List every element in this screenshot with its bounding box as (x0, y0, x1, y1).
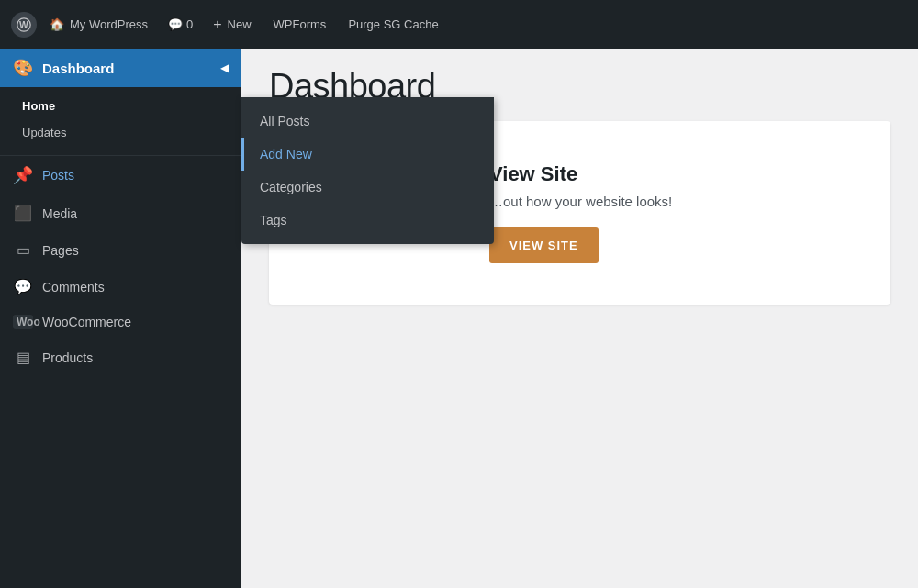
media-icon: ⬛ (13, 205, 33, 222)
comments-count: 0 (186, 17, 193, 31)
comments-icon: 💬 (13, 278, 33, 295)
dashboard-arrow: ◀ (220, 61, 229, 74)
sidebar-item-pages[interactable]: ▭ Pages (0, 232, 241, 269)
dropdown-add-new[interactable]: Add New (241, 138, 494, 171)
admin-bar-purge[interactable]: Purge SG Cache (339, 12, 447, 37)
sidebar-item-posts-label: Posts (42, 168, 74, 183)
woo-icon: Woo (13, 315, 33, 329)
sidebar-item-home-label: Home (22, 99, 55, 113)
sidebar-item-home[interactable]: Home (0, 93, 241, 119)
card-description: …out how your website looks! (489, 194, 863, 209)
sidebar-item-comments[interactable]: 💬 Comments (0, 269, 241, 305)
sidebar-item-comments-label: Comments (42, 280, 105, 294)
sidebar-dashboard[interactable]: 🎨 Dashboard ◀ (0, 49, 241, 87)
admin-bar-site[interactable]: 🏠 My WordPress (40, 12, 157, 37)
add-new-label: Add New (260, 147, 312, 161)
sidebar-item-pages-label: Pages (42, 243, 79, 258)
sidebar: 🎨 Dashboard ◀ Home Updates 📌 Posts ⬛ Med… (0, 49, 241, 588)
sidebar-submenu: Home Updates (0, 87, 241, 156)
sidebar-item-updates[interactable]: Updates (0, 119, 241, 146)
view-site-button[interactable]: VIEW SITE (489, 227, 599, 263)
card-content: View Site …out how your website looks! V… (489, 162, 863, 263)
pages-icon: ▭ (13, 241, 33, 259)
wpforms-label: WPForms (274, 17, 327, 31)
home-icon: 🏠 (50, 17, 64, 31)
comment-icon: 💬 (168, 17, 183, 31)
svg-text:W: W (19, 20, 28, 30)
sidebar-item-products-label: Products (42, 350, 93, 365)
new-label: New (228, 17, 252, 31)
tags-label: Tags (260, 213, 287, 227)
sidebar-item-updates-label: Updates (22, 126, 66, 139)
dashboard-label: Dashboard (42, 61, 114, 76)
all-posts-label: All Posts (260, 114, 309, 128)
sidebar-item-media-label: Media (42, 206, 77, 221)
wp-logo-icon[interactable]: W (11, 12, 37, 38)
admin-bar-new[interactable]: + New (204, 11, 260, 39)
dropdown-categories[interactable]: Categories (241, 171, 494, 204)
posts-icon: 📌 (13, 165, 33, 185)
admin-bar-comments[interactable]: 💬 0 (161, 12, 200, 37)
dashboard-icon: 🎨 (13, 58, 33, 78)
posts-dropdown: All Posts Add New Categories Tags (241, 97, 494, 244)
sidebar-item-media[interactable]: ⬛ Media (0, 195, 241, 232)
admin-bar: W 🏠 My WordPress 💬 0 + New WPForms Purge… (0, 0, 918, 49)
plus-icon: + (213, 17, 221, 33)
dropdown-all-posts[interactable]: All Posts (241, 105, 494, 138)
products-icon: ▤ (13, 349, 33, 366)
card-title: View Site (489, 162, 863, 186)
purge-label: Purge SG Cache (348, 17, 438, 31)
sidebar-item-woocommerce-label: WooCommerce (42, 315, 131, 329)
sidebar-item-products[interactable]: ▤ Products (0, 339, 241, 376)
admin-bar-wpforms[interactable]: WPForms (264, 12, 336, 37)
site-name: My WordPress (70, 17, 148, 31)
sidebar-item-woocommerce[interactable]: Woo WooCommerce (0, 305, 241, 339)
dropdown-tags[interactable]: Tags (241, 204, 494, 237)
categories-label: Categories (260, 180, 322, 194)
main-layout: 🎨 Dashboard ◀ Home Updates 📌 Posts ⬛ Med… (0, 49, 918, 588)
sidebar-item-posts[interactable]: 📌 Posts (0, 156, 241, 195)
